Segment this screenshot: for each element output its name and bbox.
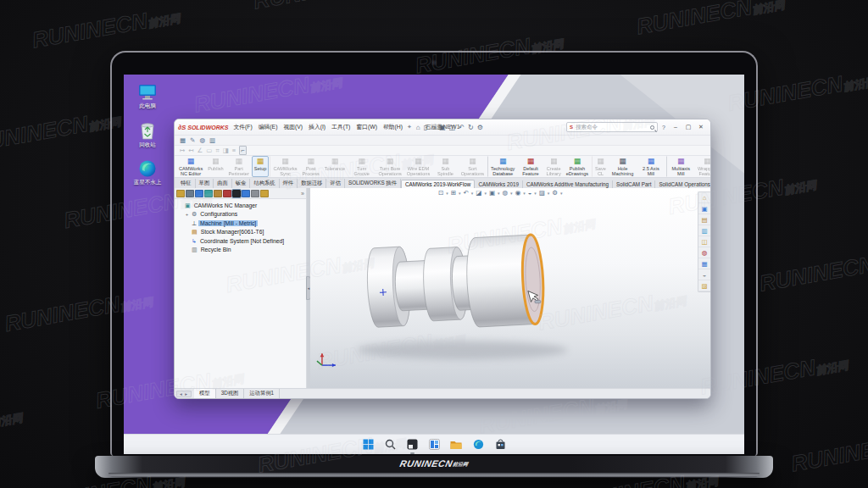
open-icon[interactable]: ▱ bbox=[431, 124, 436, 131]
document-tab[interactable]: 模型 bbox=[194, 389, 216, 398]
menu-item[interactable]: 插入(I) bbox=[309, 123, 326, 131]
appearance-icon[interactable]: ◍ bbox=[199, 136, 205, 144]
ribbon-button[interactable]: ▦ Sub Spindle Operation bbox=[432, 156, 459, 177]
view-settings-icon[interactable]: ▦ bbox=[180, 136, 186, 144]
selection-filter-icon[interactable]: ⌐ bbox=[239, 146, 246, 155]
tab-scroll-arrows[interactable]: ◂ ▸ bbox=[176, 391, 192, 397]
filter-solid-icon[interactable]: ⌗ bbox=[215, 147, 219, 155]
command-tab[interactable]: 焊件 bbox=[280, 179, 298, 188]
ribbon-button[interactable]: ▦ Sort Operations bbox=[459, 156, 487, 177]
cam-operation-tree-tab-icon[interactable] bbox=[232, 190, 241, 197]
command-tab[interactable]: 草图 bbox=[196, 179, 214, 188]
new-document-icon[interactable]: ▯ bbox=[424, 124, 427, 131]
filter-surface-icon[interactable]: ▭ bbox=[206, 147, 212, 154]
home-tab-icon[interactable]: ⌂ bbox=[698, 192, 710, 203]
solidworks-resources-icon[interactable]: ▣ bbox=[698, 203, 710, 214]
ribbon-button[interactable]: ▦ Publish eDrawings bbox=[564, 156, 591, 177]
taskbar-widgets-button[interactable] bbox=[427, 437, 442, 452]
filter-edges-icon[interactable]: ↤ bbox=[188, 147, 193, 154]
expand-toggle[interactable]: + bbox=[184, 212, 190, 217]
tree-item[interactable]: ▤ Stock Manager[6061-T6] bbox=[175, 228, 306, 237]
command-tab[interactable]: SolidCAM Operations bbox=[655, 180, 710, 188]
custom-properties-icon[interactable]: ▦ bbox=[698, 258, 710, 269]
graphics-area[interactable]: ⊡▾⊞▾↶▾◪▾▣▾◍▾◉▾◒▾▨▾⚙▾ bbox=[310, 188, 710, 388]
minimize-button[interactable]: – bbox=[670, 124, 682, 130]
ribbon-button[interactable]: ▦ Setup bbox=[252, 156, 270, 177]
tree-item[interactable]: ▥ Recycle Bin bbox=[175, 246, 306, 255]
appearances-icon[interactable]: ◍ bbox=[698, 247, 710, 258]
ribbon-button[interactable]: ▦ Technology Database bbox=[487, 156, 517, 177]
ribbon-button[interactable]: ▦ Tolerance bbox=[322, 156, 348, 177]
maximize-button[interactable]: ▢ bbox=[682, 124, 694, 130]
ribbon-button[interactable]: ▦ Part Perimeter Feature bbox=[226, 156, 252, 177]
macro-icon[interactable]: ▥ bbox=[209, 136, 215, 144]
ribbon-button[interactable]: ▦ Hole Machining Operations bbox=[609, 156, 637, 177]
command-tab[interactable]: 评估 bbox=[326, 179, 345, 188]
undo-icon[interactable]: ↶ bbox=[459, 124, 465, 131]
ribbon-button[interactable]: ▦ 2.5 Axis Mill Operations bbox=[637, 156, 665, 177]
magnifier-icon[interactable] bbox=[650, 125, 654, 130]
ribbon-button[interactable]: ▦ Post Process bbox=[300, 156, 322, 177]
ribbon-button[interactable]: ▦ Wire EDM Operations bbox=[404, 156, 432, 177]
help-icon[interactable]: ? bbox=[662, 125, 665, 130]
desktop-icon-recycle-bin[interactable]: 回收站 bbox=[129, 120, 166, 147]
document-tab[interactable]: 运动算例1 bbox=[244, 389, 280, 398]
cam-pane-icon[interactable]: ▨ bbox=[698, 280, 710, 291]
menu-item[interactable]: 文件(F) bbox=[233, 123, 252, 131]
filter-axis-icon[interactable]: ◨ bbox=[223, 147, 229, 154]
desktop-icon-this-pc[interactable]: 此电脑 bbox=[129, 83, 166, 108]
design-library-icon[interactable]: ▤ bbox=[698, 214, 710, 225]
file-explorer-icon[interactable]: ▥ bbox=[698, 225, 710, 236]
filter-faces-icon[interactable]: ∠ bbox=[198, 147, 203, 154]
command-tab[interactable]: CAMWorks 2019 bbox=[475, 180, 522, 188]
displaymanager-tab-icon[interactable] bbox=[214, 190, 222, 197]
command-tab[interactable]: 钣金 bbox=[232, 179, 251, 188]
taskbar-search-button[interactable] bbox=[383, 437, 398, 452]
rebuild-icon[interactable]: ↻ bbox=[468, 124, 474, 131]
taskbar-file-explorer-button[interactable] bbox=[449, 437, 464, 452]
command-tab[interactable]: 曲面 bbox=[214, 179, 232, 188]
sketch-icon[interactable]: ✎ bbox=[190, 136, 195, 144]
dimxpert-tab-icon[interactable] bbox=[204, 190, 213, 197]
ribbon-button[interactable]: ▦ Create Library Object bbox=[544, 156, 564, 177]
options-icon[interactable]: ⚙ bbox=[477, 124, 483, 131]
command-tab[interactable]: 特征 bbox=[177, 179, 196, 188]
configurationmanager-tab-icon[interactable] bbox=[195, 190, 203, 197]
command-tab[interactable]: 结构系统 bbox=[250, 179, 279, 188]
command-tab[interactable]: SolidCAM Part bbox=[613, 180, 655, 188]
save-icon[interactable]: ▣ bbox=[439, 124, 446, 131]
ribbon-button[interactable]: ▦ Turn Bore Operations bbox=[376, 156, 403, 177]
taskbar-edge-button[interactable] bbox=[471, 437, 486, 452]
ribbon-button[interactable]: ▦ Save CL File bbox=[592, 156, 609, 177]
menu-item[interactable]: 编辑(E) bbox=[259, 123, 278, 131]
home-icon[interactable]: ⌂ bbox=[416, 124, 420, 131]
start-button[interactable] bbox=[361, 437, 376, 452]
tree-item[interactable]: ↳ Coordinate System [Not Defined] bbox=[175, 236, 306, 246]
cam-machine-tab-icon[interactable] bbox=[242, 190, 250, 197]
ribbon-button[interactable]: ▦ Wrapped Feature bbox=[695, 156, 710, 177]
command-tab[interactable]: 数据迁移 bbox=[298, 179, 326, 188]
desktop-icon-edge[interactable]: 蓝星不永上 bbox=[129, 159, 166, 185]
featuremanager-tab-icon[interactable] bbox=[176, 190, 185, 197]
search-command-box[interactable]: S 搜索命令 bbox=[566, 122, 658, 132]
menu-item[interactable]: 工具(T) bbox=[331, 123, 350, 131]
view-palette-icon[interactable]: ◫ bbox=[698, 236, 710, 247]
pin-icon[interactable]: ✦ bbox=[407, 124, 412, 130]
tree-tabs-overflow-icon[interactable]: » bbox=[301, 191, 304, 197]
sustainability-tab-icon[interactable] bbox=[260, 190, 269, 197]
command-tab[interactable]: SOLIDWORKS 插件 bbox=[345, 179, 401, 188]
ribbon-button[interactable]: ▦ Default Feature Strategies bbox=[517, 156, 543, 177]
print-icon[interactable]: ◫ bbox=[449, 124, 456, 131]
ribbon-button[interactable]: ▦ CAMWorks NC Editor bbox=[176, 156, 205, 177]
menu-item[interactable]: 帮助(H) bbox=[383, 123, 403, 131]
command-tab[interactable]: CAMWorks Additive Manufacturing bbox=[523, 180, 613, 188]
stepped-part-model[interactable] bbox=[365, 234, 545, 332]
ribbon-button[interactable]: ▦ Publish bbox=[205, 156, 225, 177]
tree-item[interactable]: ⊥ Machine [Mill - Metric] bbox=[175, 219, 306, 228]
ribbon-button[interactable]: ▦ Turn Groove Operations bbox=[348, 156, 376, 177]
filter-plane-icon[interactable]: ≡ bbox=[232, 147, 236, 154]
ribbon-button[interactable]: ▦ CAMWorks Sync Manager bbox=[270, 156, 299, 177]
taskbar-store-button[interactable] bbox=[493, 437, 508, 452]
ribbon-button[interactable]: ▦ Multiaxis Mill Operations bbox=[666, 156, 695, 177]
document-tab[interactable]: 3D视图 bbox=[216, 389, 245, 398]
